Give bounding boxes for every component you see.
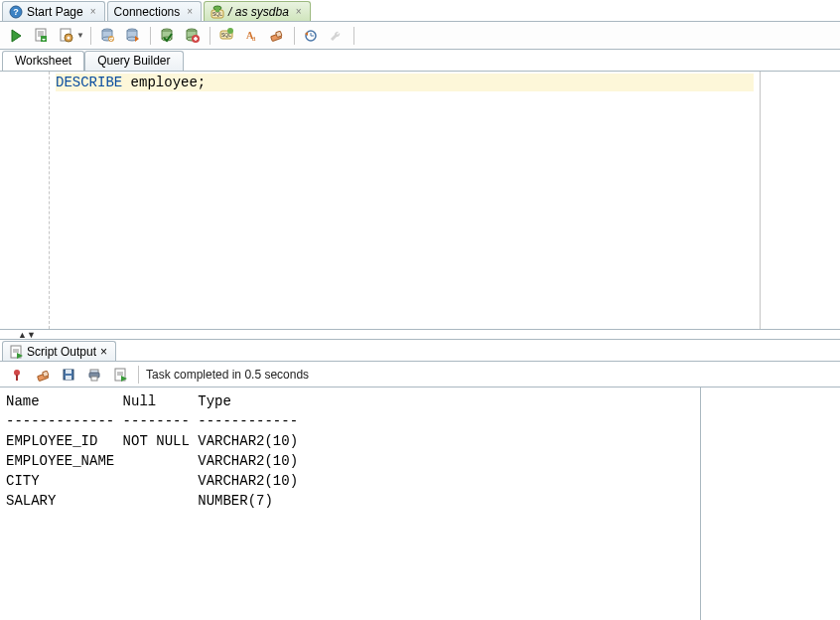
history-btn[interactable] [301,25,323,47]
separator [90,27,91,45]
close-icon[interactable]: × [296,6,302,17]
tab-label: Start Page [27,5,83,19]
commit-btn[interactable] [97,25,119,47]
tab-connections[interactable]: Connections × [107,1,203,21]
subtab-label: Worksheet [15,54,71,68]
eraser-btn[interactable] [266,25,288,47]
db-check-btn[interactable] [157,25,179,47]
db-plus-btn[interactable] [182,25,204,47]
result-area: Name Null Type ------------- -------- --… [0,388,840,620]
wrench-btn[interactable] [326,25,348,47]
separator [150,27,151,45]
print-btn[interactable] [83,364,105,386]
case-btn[interactable] [241,25,263,47]
main-tab-bar: Start Page × Connections × / as sysdba × [0,0,840,22]
splitter-handle[interactable]: ▲▼ [0,330,840,340]
editor-margin [761,72,840,329]
results-btn[interactable] [109,364,131,386]
sql-rest: employee; [122,75,206,90]
result-margin [701,388,840,620]
separator [210,27,210,45]
status-text: Task completed in 0.5 seconds [146,368,309,382]
close-icon[interactable]: × [100,345,107,359]
output-toolbar: Task completed in 0.5 seconds [0,362,840,388]
save-btn[interactable] [58,364,79,386]
tab-sysdba[interactable]: / as sysdba × [204,1,311,21]
editor-area: DESCRIBE employee; [0,72,840,330]
run-script-btn[interactable] [31,25,53,47]
clear-btn[interactable] [32,364,54,386]
tab-script-output[interactable]: Script Output × [2,341,116,361]
pin-btn[interactable] [6,364,28,386]
subtab-query-builder[interactable]: Query Builder [84,51,183,71]
output-tab-bar: Script Output × [0,340,840,362]
close-icon[interactable]: × [187,6,193,17]
tab-label: / as sysdba [228,5,289,19]
rollback-btn[interactable] [122,25,144,47]
tab-start-page[interactable]: Start Page × [2,1,105,21]
sql-keyword: DESCRIBE [56,75,122,90]
close-icon[interactable]: × [90,6,96,17]
worksheet-toolbar: ▼ [0,22,840,50]
sheet-green-icon [9,345,23,359]
script-output-text[interactable]: Name Null Type ------------- -------- --… [0,388,701,620]
subtab-label: Query Builder [97,54,170,68]
editor-gutter [0,72,50,329]
subtab-bar: Worksheet Query Builder [0,50,840,72]
separator [138,366,139,384]
subtab-worksheet[interactable]: Worksheet [2,51,84,71]
sql-editor[interactable]: DESCRIBE employee; [50,72,761,329]
output-tab-label: Script Output [27,345,96,359]
separator [353,27,354,45]
tab-label: Connections [114,5,181,19]
separator [294,27,295,45]
sql-btn[interactable] [216,25,238,47]
help-circle-icon [9,5,23,19]
run-btn[interactable] [6,25,28,47]
wizard-btn[interactable]: ▼ [56,25,84,47]
sql-db-icon [210,5,224,19]
